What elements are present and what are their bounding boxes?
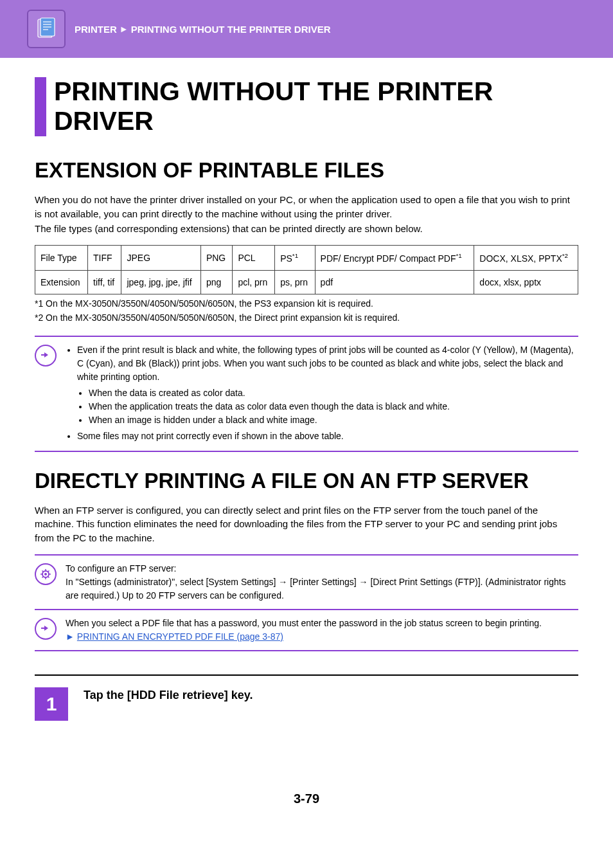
table-row: File Type TIFF JPEG PNG PCL PS*1 PDF/ En… — [35, 246, 578, 271]
table-cell: pdf — [315, 270, 474, 294]
intro-para-1: When you do not have the printer driver … — [35, 193, 578, 221]
hand-pointer-icon — [35, 345, 57, 366]
step-instruction: Tap the [HDD File retrieve] key. — [84, 687, 253, 702]
chevron-right-icon: ► — [120, 24, 129, 34]
table-cell: PDF/ Encrypt PDF/ Compact PDF*1 — [315, 246, 474, 271]
admin-config-box: To configure an FTP server: In "Settings… — [35, 554, 578, 610]
info-bullet: Even if the print result is black and wh… — [77, 343, 578, 384]
table-cell: PNG — [200, 246, 232, 271]
table-row: Extension tiff, tif jpeg, jpg, jpe, jfif… — [35, 270, 578, 294]
admin-line-2: In "Settings (administrator)", select [S… — [66, 575, 578, 602]
table-cell: docx, xlsx, pptx — [474, 270, 578, 294]
svg-point-7 — [44, 573, 47, 575]
table-cell: File Type — [35, 246, 88, 271]
link-arrow-icon: ► — [66, 631, 75, 642]
ftp-para: When an FTP server is configured, you ca… — [35, 503, 578, 545]
info-sub-bullet: When an image is hidden under a black an… — [89, 413, 578, 427]
page-number: 3-79 — [35, 791, 578, 826]
table-cell: ps, prn — [275, 270, 315, 294]
step-number-badge: 1 — [35, 687, 68, 721]
section-heading-ftp: DIRECTLY PRINTING A FILE ON AN FTP SERVE… — [35, 469, 578, 493]
admin-line-1: To configure an FTP server: — [66, 562, 578, 575]
table-cell: TIFF — [88, 246, 121, 271]
info-sub-bullet: When the data is created as color data. — [89, 386, 578, 400]
table-cell: jpeg, jpg, jpe, jfif — [121, 270, 200, 294]
section-heading-extensions: EXTENSION OF PRINTABLE FILES — [35, 158, 578, 183]
info-sub-bullet: When the application treats the data as … — [89, 400, 578, 413]
breadcrumb-leaf[interactable]: PRINTING WITHOUT THE PRINTER DRIVER — [131, 24, 331, 35]
table-cell: Extension — [35, 270, 88, 294]
printer-icon — [27, 10, 66, 48]
step-1: 1 Tap the [HDD File retrieve] key. — [35, 674, 578, 721]
gear-hand-icon — [35, 563, 57, 585]
breadcrumb: PRINTER ► PRINTING WITHOUT THE PRINTER D… — [75, 24, 331, 35]
intro-para-2: The file types (and corresponding extens… — [35, 222, 578, 236]
footnote-2: *2 On the MX-3050N/3550N/4050N/5050N/605… — [35, 312, 578, 323]
breadcrumb-root[interactable]: PRINTER — [75, 24, 117, 35]
table-cell: PCL — [233, 246, 275, 271]
page-title-block: PRINTING WITHOUT THE PRINTER DRIVER — [35, 77, 578, 136]
encrypted-pdf-link[interactable]: PRINTING AN ENCRYPTED PDF FILE (page 3-8… — [77, 631, 283, 642]
info-bullet: Some files may not print correctly even … — [77, 429, 578, 443]
page-header: PRINTER ► PRINTING WITHOUT THE PRINTER D… — [0, 0, 613, 58]
page-content: PRINTING WITHOUT THE PRINTER DRIVER EXTE… — [0, 58, 613, 826]
table-cell: PS*1 — [275, 246, 315, 271]
hand-pointer-icon — [35, 618, 57, 640]
page-title: PRINTING WITHOUT THE PRINTER DRIVER — [54, 77, 578, 136]
table-cell: JPEG — [121, 246, 200, 271]
table-cell: pcl, prn — [233, 270, 275, 294]
table-cell: png — [200, 270, 232, 294]
info-box: Even if the print result is black and wh… — [35, 336, 578, 452]
footnote-1: *1 On the MX-3050N/3550N/4050N/5050N/605… — [35, 298, 578, 309]
file-type-table: File Type TIFF JPEG PNG PCL PS*1 PDF/ En… — [35, 245, 578, 294]
password-note-box: When you select a PDF file that has a pa… — [35, 610, 578, 651]
table-cell: DOCX, XLSX, PPTX*2 — [474, 246, 578, 271]
note-text: When you select a PDF file that has a pa… — [66, 617, 542, 630]
table-cell: tiff, tif — [88, 270, 121, 294]
